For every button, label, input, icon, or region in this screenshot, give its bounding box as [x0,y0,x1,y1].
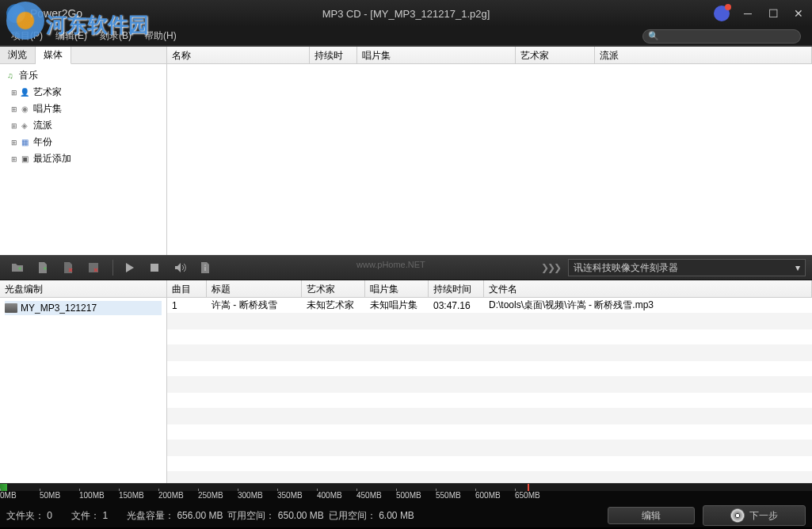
tree-recent[interactable]: ⊞ ▣ 最近添加 [5,150,162,167]
tree-label: 音乐 [19,69,38,82]
ruler-tick: 550MB [436,491,461,500]
stop-button[interactable] [143,258,166,277]
tree-album[interactable]: ⊞ ◉ 唱片集 [5,101,162,117]
expand-icon[interactable]: ⊞ [10,105,19,113]
col-track[interactable]: 曲目 [167,280,207,297]
next-button-label: 下一步 [749,509,778,523]
svg-point-2 [204,264,206,266]
remove-button[interactable] [57,258,79,277]
next-button[interactable]: 下一步 [703,505,806,526]
ruler-tick: 250MB [198,491,223,500]
expand-icon[interactable]: ⊞ [10,139,19,147]
ruler-tick: 600MB [475,491,501,500]
tree-genre[interactable]: ⊞ ◈ 流派 [5,117,162,134]
track-cell-title: 许嵩 - 断桥残雪 [207,299,302,312]
search-icon: 🔍 [648,31,659,41]
col-filename[interactable]: 文件名 [484,280,812,297]
add-file-button[interactable] [32,258,54,277]
col-artist[interactable]: 艺术家 [302,280,365,297]
expand-icon[interactable]: ⊞ [10,89,19,97]
play-button[interactable] [118,258,140,277]
menu-burn[interactable]: 刻录(B) [93,29,138,43]
disc-project-item[interactable]: MY_MP3_121217 [5,301,162,315]
media-tree: ♫ 音乐 ⊞ 👤 艺术家 ⊞ ◉ 唱片集 ⊞ ◈ 流派 ⊞ ▦ 年份 [0,64,166,255]
col-genre[interactable]: 流派 [595,47,812,63]
track-column-headers: 曲目 标题 艺术家 唱片集 持续时间 文件名 [167,280,812,298]
disc-icon: ◉ [19,104,30,115]
track-cell-filename: D:\tools\桌面\视频\许嵩 - 断桥残雪.mp3 [484,299,812,312]
info-button[interactable] [194,258,216,277]
col-artist[interactable]: 艺术家 [516,47,595,63]
disc-project-label: MY_MP3_121217 [21,303,97,314]
tab-browse[interactable]: 浏览 [0,47,36,63]
menu-edit[interactable]: 编辑(E) [49,29,93,43]
minimize-button[interactable]: ─ [741,6,755,21]
track-cell-duration: 03:47.16 [429,300,484,311]
track-row-empty [167,456,812,472]
close-button[interactable]: ✕ [791,6,806,21]
tab-media[interactable]: 媒体 [36,47,71,64]
col-duration[interactable]: 持续时间 [310,47,357,63]
tree-label: 唱片集 [33,102,62,116]
track-row-empty [167,377,812,393]
col-title[interactable]: 标题 [207,280,302,297]
search-box[interactable]: 🔍 [642,29,801,44]
svg-rect-3 [204,267,206,271]
capacity-cursor [528,484,529,491]
app-name: Power2Go [30,7,82,20]
recent-icon: ▣ [19,154,30,165]
maximize-button[interactable]: ☐ [766,6,780,21]
disc-panel-header: 光盘编制 [0,280,166,298]
track-row-empty [167,409,812,424]
ruler-tick: 100MB [79,491,105,500]
track-row-empty [167,393,812,409]
edit-button[interactable]: 编辑 [608,507,695,524]
menu-help[interactable]: 帮助(H) [138,29,183,43]
ruler-tick: 400MB [317,491,342,500]
track-row-empty [167,424,812,440]
upper-panel: 浏览 媒体 ♫ 音乐 ⊞ 👤 艺术家 ⊞ ◉ 唱片集 ⊞ ◈ 流派 [0,46,812,255]
search-input[interactable] [659,32,795,41]
expand-icon[interactable]: ⊞ [10,122,19,130]
tree-artist[interactable]: ⊞ 👤 艺术家 [5,84,162,101]
calendar-icon: ▦ [19,137,30,148]
left-panel: 浏览 媒体 ♫ 音乐 ⊞ 👤 艺术家 ⊞ ◉ 唱片集 ⊞ ◈ 流派 [0,47,167,255]
toolbar-separator [112,260,113,276]
status-folders: 文件夹： 0 [6,509,52,523]
track-row-empty [167,472,812,483]
drive-select[interactable]: 讯连科技映像文件刻录器 ▾ [568,259,806,276]
ruler-tick: 300MB [238,491,263,500]
col-duration[interactable]: 持续时间 [429,280,484,297]
col-album[interactable]: 唱片集 [357,47,516,63]
clear-button[interactable] [82,258,105,277]
track-panel: 曲目 标题 艺术家 唱片集 持续时间 文件名 1许嵩 - 断桥残雪未知艺术家未知… [167,280,812,483]
capacity-bar [0,483,812,491]
tabs: 浏览 媒体 [0,47,166,64]
ruler-tick: 150MB [119,491,144,500]
track-row-empty [167,440,812,456]
status-capacity: 光盘容量： 656.00 MB [127,509,223,523]
col-name[interactable]: 名称 [167,47,310,63]
menu-project[interactable]: 项目(P) [5,29,49,43]
upper-column-headers: 名称 持续时间 唱片集 艺术家 流派 [167,47,812,64]
status-files: 文件： 1 [71,509,108,523]
expand-icon[interactable]: ⊞ [10,155,19,163]
new-folder-button[interactable] [6,258,29,277]
ruler-tick: 50MB [40,491,60,500]
volume-button[interactable] [169,258,191,277]
tag-icon: ◈ [19,120,30,131]
status-free: 可用空间： 650.00 MB [227,509,323,523]
tree-year[interactable]: ⊞ ▦ 年份 [5,134,162,150]
col-album[interactable]: 唱片集 [365,280,429,297]
track-row-empty [167,314,812,329]
notification-icon[interactable] [714,6,730,21]
track-row-empty [167,345,812,361]
tree-label: 流派 [33,119,52,132]
tree-music[interactable]: ♫ 音乐 [5,67,162,84]
titlebar: Power2Go MP3 CD - [MY_MP3_121217_1.p2g] … [0,0,812,27]
track-cell-album: 未知唱片集 [365,299,429,312]
ruler-tick: 0MB [0,491,17,500]
upper-file-list[interactable] [167,64,812,255]
track-list[interactable]: 1许嵩 - 断桥残雪未知艺术家未知唱片集03:47.16D:\tools\桌面\… [167,298,812,483]
track-row[interactable]: 1许嵩 - 断桥残雪未知艺术家未知唱片集03:47.16D:\tools\桌面\… [167,298,812,314]
